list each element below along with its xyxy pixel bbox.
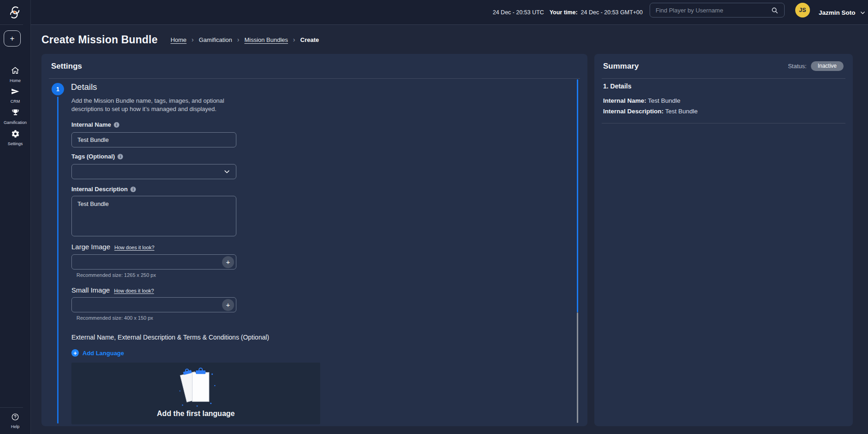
divider [602,123,845,123]
status-badge: Inactive [811,61,844,71]
page-title: Create Mission Bundle [41,34,158,46]
internal-name-input[interactable] [71,132,236,147]
summary-panel: Summary Status: Inactive 1. Details Inte… [594,54,853,426]
tags-label-row: Tags (Optional) i [71,153,123,160]
plus-icon: + [226,258,230,266]
time-display: 24 Dec - 20:53 UTC Your time: 24 Dec - 2… [493,0,643,25]
summary-panel-title: Summary [603,62,639,71]
chevron-down-icon [223,168,230,175]
sidebar-item-settings[interactable]: Settings [0,127,30,148]
add-language-label: Add Language [82,350,124,357]
add-image-button[interactable]: + [222,256,234,268]
sidebar-item-label: Help [11,424,20,429]
small-image-label-row: Small Image How does it look? [71,286,154,294]
summary-rows: Internal Name: Test Bundle Internal Desc… [603,95,698,117]
step-number-badge: 1 [52,83,64,95]
user-name: Jazmin Soto [819,9,856,16]
summary-section-title: 1. Details [603,82,631,90]
external-section-title: External Name, External Description & Te… [71,334,269,341]
player-search[interactable] [650,3,785,18]
breadcrumb-create: Create [300,36,319,43]
sidebar: + Home CRM [0,0,31,434]
large-image-preview-link[interactable]: How does it look? [114,245,154,250]
sidebar-item-label: Home [10,78,21,83]
tags-select[interactable] [71,164,236,179]
summary-row-label: Internal Name: [603,97,646,104]
page-header: Create Mission Bundle Home › Gamificatio… [31,25,868,54]
step-progress-line [57,97,59,423]
small-image-hint: Recommended size: 400 x 150 px [76,315,153,321]
breadcrumb-gamification[interactable]: Gamification [199,36,232,43]
internal-name-label: Internal Name [71,121,111,128]
chevron-down-icon [860,10,866,16]
summary-row: Internal Name: Test Bundle [603,95,698,106]
divider [602,78,845,79]
info-icon[interactable]: i [117,154,123,159]
plus-icon: + [226,301,230,309]
internal-description-label-row: Internal Description i [71,186,136,193]
sidebar-divider [0,24,23,25]
sidebar-item-home[interactable]: Home [0,64,30,85]
breadcrumb-home[interactable]: Home [170,36,187,43]
sidebar-divider [0,407,23,408]
summary-row-value: Test Bundle [648,97,680,104]
sidebar-item-gamification[interactable]: Gamification [0,106,30,127]
breadcrumb-separator: › [293,36,295,43]
step-title: Details [71,82,97,92]
large-image-upload[interactable]: + [71,254,236,270]
user-menu[interactable]: Jazmin Soto [819,0,866,25]
breadcrumb-separator: › [192,36,194,43]
empty-state-text: Add the first language [157,410,235,418]
summary-row: Internal Description: Test Bundle [603,106,698,117]
sidebar-item-help[interactable]: Help [0,413,30,429]
small-image-label: Small Image [71,286,110,294]
app-logo-icon[interactable] [5,2,24,23]
scrollbar-thumb[interactable] [577,79,578,312]
sidebar-add-button[interactable]: + [4,30,21,47]
your-time-label: Your time: [550,9,578,16]
info-icon[interactable]: i [130,187,136,192]
breadcrumb-mission-bundles[interactable]: Mission Bundles [244,36,288,43]
settings-panel: Settings 1 Details Add the Mission Bundl… [41,54,587,426]
step-description: Add the Mission Bundle name, tags, image… [71,97,234,113]
search-icon[interactable] [771,6,779,14]
summary-row-value: Test Bundle [665,108,698,115]
internal-description-textarea[interactable] [71,196,236,236]
add-image-button[interactable]: + [222,299,234,311]
clipboard-illustration [168,364,223,411]
settings-panel-title: Settings [51,62,82,71]
breadcrumb: Home › Gamification › Mission Bundles › … [170,36,319,43]
sidebar-item-label: CRM [11,99,20,104]
sidebar-item-crm[interactable]: CRM [0,85,30,106]
large-image-hint: Recommended size: 1265 x 250 px [76,272,156,278]
internal-name-label-row: Internal Name i [71,121,119,128]
status-label: Status: [788,63,806,70]
avatar-initials: JS [799,7,806,13]
info-icon[interactable]: i [114,122,119,128]
small-image-preview-link[interactable]: How does it look? [114,288,154,293]
avatar[interactable]: JS [795,3,810,18]
sidebar-nav: Home CRM Gamification [0,64,30,148]
summary-row-label: Internal Description: [603,108,663,115]
search-input[interactable] [656,7,771,14]
topbar: 24 Dec - 20:53 UTC Your time: 24 Dec - 2… [31,0,868,25]
language-empty-state: Add the first language [71,363,320,424]
add-language-button[interactable]: + Add Language [71,349,124,357]
small-image-upload[interactable]: + [71,297,236,312]
plus-icon: + [10,35,15,42]
large-image-label: Large Image [71,243,110,251]
status-row: Status: Inactive [788,61,844,71]
utc-time: 24 Dec - 20:53 UTC [493,9,544,16]
trophy-icon [11,108,20,119]
breadcrumb-separator: › [237,36,240,43]
plus-circle-icon: + [71,349,79,357]
scrollbar-track[interactable] [577,312,578,423]
internal-description-label: Internal Description [71,186,128,193]
send-icon [10,87,20,98]
sidebar-item-label: Gamification [4,120,27,125]
divider [49,78,580,79]
gear-icon [11,129,20,140]
local-time: 24 Dec - 20:53 GMT+00 [581,9,643,16]
large-image-label-row: Large Image How does it look? [71,243,154,251]
tags-label: Tags (Optional) [71,153,115,160]
